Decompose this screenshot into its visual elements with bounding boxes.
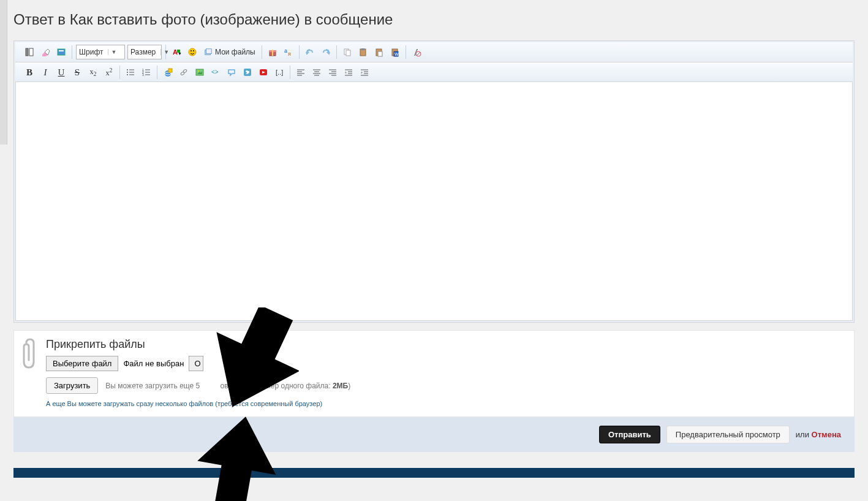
image-icon[interactable]: [193, 66, 206, 79]
toolbar-row-2: B I U S x2 x2 123 <> [..]: [15, 62, 853, 82]
code-icon[interactable]: <>: [209, 66, 222, 79]
svg-rect-16: [272, 50, 273, 56]
toolbar-group-fontsize: Шрифт▼ Размер▼: [72, 45, 166, 59]
number-list-icon[interactable]: 123: [140, 66, 153, 79]
emoji-icon[interactable]: [186, 45, 199, 59]
copy-icon[interactable]: [341, 45, 354, 59]
strike-icon[interactable]: S: [70, 66, 84, 79]
paste-text-icon[interactable]: [372, 45, 386, 59]
bullet-list-icon[interactable]: [124, 66, 137, 79]
toolbar-group-color: A▼ Мои файлы: [166, 45, 262, 59]
attach-upload-row: Загрузить Вы можете загрузить еще 5 ов (…: [46, 377, 844, 394]
spoiler-icon[interactable]: [..]: [273, 66, 286, 79]
indent-icon[interactable]: [358, 66, 371, 79]
underline-icon[interactable]: U: [55, 66, 68, 79]
svg-text:▼: ▼: [178, 51, 181, 56]
link-icon[interactable]: [161, 66, 175, 79]
svg-rect-24: [378, 51, 382, 56]
clear-format-icon[interactable]: [410, 45, 423, 59]
action-bar: Отправить Предварительный просмотр или О…: [13, 417, 855, 452]
text-color-icon[interactable]: A▼: [170, 45, 183, 59]
bold-icon[interactable]: B: [23, 66, 36, 79]
svg-rect-20: [346, 50, 350, 56]
unlink-icon[interactable]: [177, 66, 191, 79]
svg-rect-0: [26, 48, 28, 56]
editor-textarea[interactable]: [15, 82, 853, 321]
toolbar-group-special: aя: [262, 45, 300, 59]
page-title: Ответ в Как вставить фото (изображение) …: [0, 0, 868, 40]
toolbar-group-lists: 123: [120, 66, 157, 79]
svg-point-30: [127, 69, 128, 70]
align-center-icon[interactable]: [310, 66, 323, 79]
svg-point-46: [183, 69, 187, 73]
svg-point-31: [127, 72, 128, 73]
toolbar-group-links: <> [..]: [157, 66, 290, 79]
svg-rect-5: [59, 50, 64, 51]
my-files-button[interactable]: Мои файлы: [202, 45, 258, 59]
toolbar-group-clear: [406, 45, 427, 59]
svg-rect-22: [361, 48, 364, 50]
attach-panel: Прикрепить файлы Выберите файл Файл не в…: [13, 330, 855, 417]
italic-icon[interactable]: I: [39, 66, 52, 79]
switch-icon[interactable]: [55, 45, 68, 59]
svg-marker-76: [361, 72, 363, 74]
eraser-icon[interactable]: [39, 45, 52, 59]
svg-text:3: 3: [142, 73, 144, 77]
upload-hint: Вы можете загрузить еще 5 ов (Макс. разм…: [105, 382, 350, 390]
svg-point-45: [180, 72, 184, 75]
attach-file-row: Выберите файл Файл не выбран О: [46, 356, 844, 371]
paperclip-icon: [21, 338, 37, 369]
quote-icon[interactable]: [225, 66, 238, 79]
youtube-icon[interactable]: [257, 66, 270, 79]
align-right-icon[interactable]: [326, 66, 339, 79]
cancel-link[interactable]: Отмена: [812, 430, 841, 439]
svg-point-11: [193, 50, 194, 51]
svg-point-10: [191, 50, 192, 51]
file-status-label: Файл не выбран: [123, 359, 184, 368]
submit-button[interactable]: Отправить: [599, 426, 660, 443]
svg-marker-71: [345, 72, 347, 74]
svg-text:[..]: [..]: [276, 69, 283, 76]
toolbar-group-align: [290, 66, 375, 79]
toolbar-row-1: Шрифт▼ Размер▼ A▼ Мои файлы aя W: [15, 42, 853, 62]
svg-text:я: я: [288, 51, 291, 57]
svg-text:a: a: [284, 48, 287, 54]
toolbar-group-clipboard: W: [337, 45, 406, 59]
redo-icon[interactable]: [319, 45, 333, 59]
svg-rect-4: [58, 49, 65, 55]
svg-rect-44: [168, 69, 172, 72]
svg-text:W: W: [394, 52, 399, 56]
svg-text:A: A: [173, 48, 178, 56]
my-files-label: Мои файлы: [215, 48, 255, 56]
toolbar-group-format: B I U S x2 x2: [19, 66, 120, 79]
align-left-icon[interactable]: [294, 66, 308, 79]
subscript-icon[interactable]: x2: [86, 66, 100, 79]
preview-button[interactable]: Предварительный просмотр: [666, 426, 790, 443]
svg-rect-1: [29, 48, 33, 56]
svg-point-32: [127, 74, 128, 75]
other-button[interactable]: О: [189, 356, 203, 371]
upload-button[interactable]: Загрузить: [46, 377, 98, 394]
toolbar-group-undo: [300, 45, 337, 59]
toggle-mode-icon[interactable]: [23, 45, 36, 59]
size-selector[interactable]: Размер▼: [127, 45, 162, 59]
paste-word-icon[interactable]: W: [388, 45, 402, 59]
font-selector[interactable]: Шрифт▼: [76, 45, 125, 59]
or-label: или Отмена: [796, 430, 841, 439]
outdent-icon[interactable]: [342, 66, 355, 79]
multi-upload-link[interactable]: А еще Вы можете загружать сразу нескольк…: [46, 400, 322, 407]
paste-icon[interactable]: [357, 45, 370, 59]
svg-point-48: [198, 70, 199, 72]
mention-icon[interactable]: aя: [282, 45, 295, 59]
gift-icon[interactable]: [266, 45, 279, 59]
twitter-icon[interactable]: [241, 66, 254, 79]
toolbar-group-source: [19, 45, 72, 59]
footer-bar: [13, 468, 855, 478]
choose-file-button[interactable]: Выберите файл: [46, 356, 118, 371]
svg-line-29: [417, 52, 420, 56]
editor-container: Шрифт▼ Размер▼ A▼ Мои файлы aя W B I U S…: [13, 40, 855, 323]
superscript-icon[interactable]: x2: [102, 66, 116, 79]
attach-title: Прикрепить файлы: [46, 338, 844, 351]
editor-frame: Шрифт▼ Размер▼ A▼ Мои файлы aя W B I U S…: [13, 40, 855, 323]
undo-icon[interactable]: [303, 45, 317, 59]
